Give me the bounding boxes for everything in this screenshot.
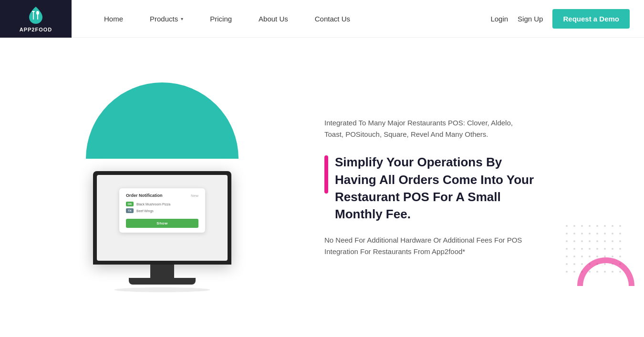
nav-home[interactable]: Home: [91, 0, 136, 38]
dot: [619, 248, 621, 250]
login-link[interactable]: Login: [490, 15, 508, 23]
pink-bar-decoration: [324, 155, 328, 194]
dot: [573, 271, 575, 273]
dot: [596, 240, 598, 242]
dot: [581, 263, 583, 265]
dot: [566, 240, 568, 242]
dot: [596, 255, 598, 257]
dot: [612, 248, 613, 250]
notif-title: Order Notification: [126, 193, 163, 198]
notif-row-2: TX Beef Wings: [126, 208, 198, 213]
text-content-area: Integrated To Many Major Restaurants POS…: [296, 117, 615, 257]
monitor-shadow: [114, 287, 210, 292]
monitor-screen: Order Notification New OK Black Mushroom…: [97, 175, 228, 261]
dot: [566, 225, 568, 227]
notif-badge-ok: OK: [126, 202, 134, 206]
signup-link[interactable]: Sign Up: [518, 15, 543, 23]
nav-about[interactable]: About Us: [245, 0, 301, 38]
dot: [566, 233, 568, 235]
nav-contact[interactable]: Contact Us: [301, 0, 364, 38]
dot: [573, 240, 575, 242]
dot: [573, 248, 575, 250]
headline-text: Simplify Your Operations By Having All O…: [335, 153, 545, 223]
dot: [589, 240, 591, 242]
products-chevron-icon: ▾: [181, 16, 183, 21]
dot: [612, 225, 613, 227]
dot: [612, 233, 613, 235]
dot: [596, 233, 598, 235]
notif-row-1: OK Black Mushroom Pizza: [126, 202, 198, 206]
logo: APP2FOOD: [0, 0, 72, 38]
headline-block: Simplify Your Operations By Having All O…: [324, 153, 615, 223]
teal-semicircle-decoration: [86, 82, 239, 159]
dot: [589, 225, 591, 227]
subtext: No Need For Additional Hardware Or Addit…: [324, 235, 525, 257]
dot: [566, 263, 568, 265]
nav-products[interactable]: Products ▾: [136, 0, 197, 38]
dot: [619, 240, 621, 242]
dot: [619, 255, 621, 257]
nav-pricing[interactable]: Pricing: [197, 0, 245, 38]
dot: [589, 248, 591, 250]
dot: [612, 240, 613, 242]
monitor-illustration: Order Notification New OK Black Mushroom…: [93, 171, 231, 292]
monitor-foot: [129, 278, 196, 285]
monitor-neck: [150, 265, 174, 278]
dot: [619, 233, 621, 235]
request-demo-button[interactable]: Request a Demo: [552, 9, 630, 29]
notif-show-button[interactable]: Show: [126, 219, 198, 228]
dot: [589, 255, 591, 257]
dot: [604, 233, 606, 235]
dot: [566, 271, 568, 273]
dot: [573, 233, 575, 235]
auth-area: Login Sign Up Request a Demo: [490, 9, 644, 29]
dot: [573, 225, 575, 227]
dot: [581, 233, 583, 235]
notif-row2-text: Beef Wings: [136, 209, 154, 213]
dot: [612, 255, 613, 257]
monitor-outer: Order Notification New OK Black Mushroom…: [93, 171, 231, 265]
illustration-area: Order Notification New OK Black Mushroom…: [29, 82, 296, 292]
logo-text: APP2FOOD: [20, 27, 52, 32]
dot: [573, 255, 575, 257]
notif-badge-tx: TX: [126, 208, 134, 213]
dot: [581, 255, 583, 257]
dot: [581, 248, 583, 250]
dot: [589, 233, 591, 235]
dot: [573, 263, 575, 265]
dot: [604, 240, 606, 242]
dot: [604, 225, 606, 227]
notif-row1-text: Black Mushroom Pizza: [136, 203, 170, 206]
notif-new-label: New: [191, 194, 198, 198]
nav: Home Products ▾ Pricing About Us Contact…: [91, 0, 490, 38]
dot: [596, 248, 598, 250]
svg-point-4: [36, 11, 39, 15]
dot: [596, 225, 598, 227]
notification-card: Order Notification New OK Black Mushroom…: [119, 188, 205, 233]
dot: [566, 255, 568, 257]
main-content: Order Notification New OK Black Mushroom…: [0, 38, 644, 337]
dot: [604, 248, 606, 250]
dot: [619, 225, 621, 227]
dot: [566, 248, 568, 250]
dot: [581, 225, 583, 227]
dot: [581, 240, 583, 242]
integration-text: Integrated To Many Major Restaurants POS…: [324, 117, 525, 140]
